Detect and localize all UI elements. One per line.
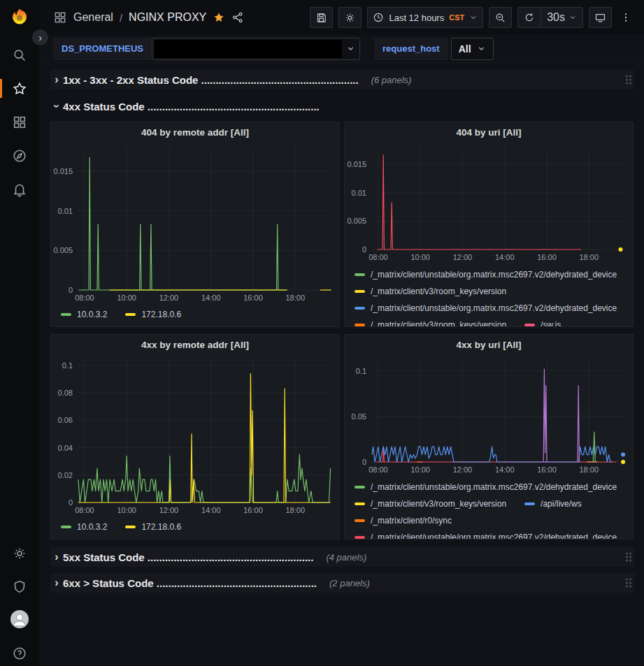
legend-item[interactable]: /_matrix/client/v3/room_keys/version (355, 287, 506, 296)
svg-text:14:00: 14:00 (201, 294, 221, 302)
legend-label: /_matrix/client/unstable/org.matrix.msc2… (371, 270, 617, 280)
legend-item[interactable]: 10.0.3.2 (61, 522, 107, 532)
sidebar-item-explore[interactable] (0, 145, 39, 166)
sidebar-item-configuration[interactable] (0, 543, 39, 564)
legend-row: /_matrix/client/unstable/org.matrix.msc2… (355, 529, 633, 539)
legend-swatch (61, 526, 71, 528)
time-series-chart[interactable]: 08:0010:0012:0014:0016:0018:0000.020.040… (51, 354, 339, 516)
legend-label: /_matrix/client/v3/room_keys/version (371, 320, 506, 326)
panel-title[interactable]: 4xx by remote addr [All] (51, 335, 339, 354)
time-series-chart[interactable]: 08:0010:0012:0014:0016:0018:0000.0050.01… (51, 142, 339, 304)
tv-mode-button[interactable] (589, 7, 612, 28)
sidebar-item-server-admin[interactable] (0, 577, 39, 598)
svg-text:0.08: 0.08 (58, 389, 73, 397)
legend-label: /_matrix/client/v3/room_keys/version (371, 499, 506, 509)
grafana-app: › General / NGINX PROXY Last 12 hours (0, 0, 644, 666)
legend-item[interactable]: 172.18.0.6 (125, 310, 181, 319)
svg-text:12:00: 12:00 (453, 253, 473, 261)
legend-item[interactable]: /api/live/ws (524, 499, 582, 509)
legend-swatch (125, 526, 136, 528)
zoom-out-time-button[interactable] (489, 7, 512, 28)
panel-grid: 404 by remote addr [All] 08:0010:0012:00… (50, 122, 634, 540)
time-series-chart[interactable]: 08:0010:0012:0014:0016:0018:0000.050.1 (345, 354, 633, 476)
panel-title[interactable]: 404 by remote addr [All] (51, 122, 339, 142)
favorite-star-icon[interactable] (213, 11, 225, 24)
legend-item[interactable]: /_matrix/client/unstable/org.matrix.msc2… (355, 303, 617, 313)
breadcrumb-dashboard-title[interactable]: NGINX PROXY (129, 11, 206, 24)
svg-text:12:00: 12:00 (159, 506, 179, 514)
grafana-logo[interactable] (9, 7, 30, 28)
dashboards-icon (53, 10, 67, 24)
legend-label: 172.18.0.6 (141, 310, 181, 319)
refresh-interval-value: 30s (547, 11, 565, 24)
row-drag-handle[interactable] (626, 75, 631, 85)
chevron-down-icon (568, 13, 577, 22)
sidebar-item-dashboards[interactable] (0, 112, 39, 133)
timezone-label: CST (449, 13, 464, 22)
monitor-icon (594, 12, 606, 24)
row-1xx-3xx-2xx[interactable]: › 1xx - 3xx - 2xx Status Code ..........… (50, 70, 634, 89)
legend-row: /_matrix/client/unstable/org.matrix.msc2… (355, 300, 633, 317)
legend-row: /_matrix/client/r0/sync (355, 512, 633, 529)
row-5xx[interactable]: › 5xx Status Code ......................… (50, 547, 634, 567)
legend-row: /_matrix/client/v3/room_keys/version/api… (355, 495, 633, 512)
legend-item[interactable]: 10.0.3.2 (61, 310, 107, 319)
panel-title[interactable]: 404 by uri [All] (345, 122, 633, 142)
legend-item[interactable]: /_matrix/client/v3/room_keys/version (355, 499, 506, 509)
legend-swatch (61, 313, 71, 316)
legend-item[interactable]: /_matrix/client/unstable/org.matrix.msc2… (355, 533, 617, 539)
legend-item[interactable]: /_matrix/client/r0/sync (355, 516, 452, 526)
avatar (10, 610, 29, 628)
legend-item[interactable]: /_matrix/client/unstable/org.matrix.msc2… (355, 482, 617, 492)
refresh-interval-dropdown[interactable]: 30s (541, 8, 582, 27)
legend-item[interactable]: /_matrix/client/v3/room_keys/version (355, 320, 506, 326)
sidebar-item-help[interactable] (0, 643, 39, 664)
chevron-right-icon: › (50, 577, 63, 589)
sidebar-expand-button[interactable]: › (31, 29, 49, 46)
breadcrumb-folder[interactable]: General (73, 11, 113, 24)
panel-legend: /_matrix/client/unstable/org.matrix.msc2… (345, 476, 633, 539)
legend-label: 172.18.0.6 (141, 522, 181, 532)
share-icon[interactable] (231, 11, 244, 24)
panel-4xx-by-uri: 4xx by uri [All] 08:0010:0012:0014:0016:… (344, 334, 634, 540)
request-host-select[interactable]: All (451, 38, 494, 60)
svg-text:16:00: 16:00 (537, 465, 557, 474)
legend-swatch (355, 536, 365, 539)
legend-swatch (524, 502, 535, 505)
compass-icon (12, 148, 27, 164)
ds-prometheus-select[interactable] (152, 38, 360, 60)
legend-item[interactable]: 172.18.0.6 (125, 522, 181, 532)
zoom-out-icon (494, 12, 506, 24)
dashboard-settings-button[interactable] (338, 7, 362, 28)
svg-text:0: 0 (362, 458, 366, 466)
panel-title[interactable]: 4xx by uri [All] (345, 335, 633, 354)
row-panel-count: (6 panels) (371, 75, 412, 85)
legend-row: /_matrix/client/v3/room_keys/version/sw.… (355, 317, 633, 326)
sidebar-item-profile[interactable] (0, 609, 39, 630)
row-4xx[interactable]: › 4xx Status Code ......................… (50, 96, 634, 116)
sidebar-item-starred[interactable] (0, 78, 39, 99)
svg-text:0.005: 0.005 (347, 217, 366, 225)
search-icon[interactable] (0, 45, 39, 66)
time-range-picker[interactable]: Last 12 hours CST (367, 7, 483, 28)
legend-item[interactable]: /sw.js (524, 320, 561, 326)
refresh-button[interactable] (518, 8, 541, 27)
legend-label: /sw.js (541, 320, 561, 326)
row-drag-handle[interactable] (626, 579, 631, 588)
time-series-chart[interactable]: 08:0010:0012:0014:0016:0018:0000.0050.01… (345, 142, 633, 263)
chevron-down-icon (469, 13, 478, 22)
refresh-controls: 30s (517, 7, 583, 28)
svg-text:0.1: 0.1 (62, 361, 73, 370)
request-host-value: All (459, 43, 471, 55)
panel-legend: 10.0.3.2172.18.0.6 (51, 304, 339, 326)
svg-text:14:00: 14:00 (495, 253, 515, 261)
row-6xx[interactable]: › 6xx > Status Code ....................… (50, 573, 634, 593)
row-drag-handle[interactable] (626, 553, 631, 562)
legend-item[interactable]: /_matrix/client/unstable/org.matrix.msc2… (355, 270, 617, 280)
legend-row: /_matrix/client/unstable/org.matrix.msc2… (355, 479, 633, 495)
more-options-button[interactable] (617, 12, 634, 23)
svg-text:0.01: 0.01 (352, 189, 366, 197)
sidebar-item-alerting[interactable] (0, 179, 39, 200)
panel-404-by-uri: 404 by uri [All] 08:0010:0012:0014:0016:… (344, 122, 634, 327)
save-dashboard-button[interactable] (310, 7, 333, 28)
